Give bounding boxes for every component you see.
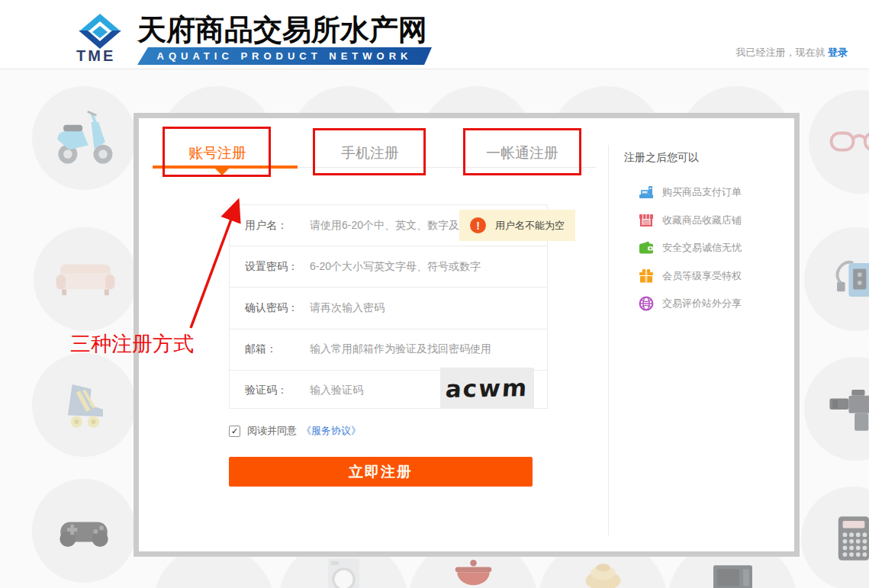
confirm-password-label: 确认密码： xyxy=(245,301,310,315)
tab-account-register[interactable]: 账号注册 xyxy=(188,143,246,163)
bg-circle-roller-skate xyxy=(32,353,136,457)
game-controller-icon xyxy=(47,494,121,567)
confirm-password-placeholder: 请再次输入密码 xyxy=(310,301,385,315)
email-label: 邮箱： xyxy=(245,342,310,356)
wallet-icon xyxy=(638,239,655,256)
confirm-password-field[interactable]: 确认密码： 请再次输入密码 xyxy=(230,287,547,328)
error-tooltip-text: 用户名不能为空 xyxy=(495,219,565,233)
tab-yizhangtong-register[interactable]: 一帐通注册 xyxy=(486,143,558,163)
bg-circle-scooter xyxy=(32,86,136,190)
scooter-icon xyxy=(47,101,121,175)
captcha-placeholder: 输入验证码 xyxy=(310,384,363,397)
benefit-item-share: 交易评价站外分享 xyxy=(638,290,742,318)
benefit-label: 收藏商品收藏店铺 xyxy=(662,214,742,227)
sidebar-divider xyxy=(608,145,609,535)
bg-circle-walkman xyxy=(804,227,869,331)
gift-icon xyxy=(638,268,655,284)
benefit-label: 购买商品支付订单 xyxy=(662,185,742,199)
username-label: 用户名： xyxy=(245,219,310,233)
benefit-item-secure-trade: 安全交易诚信无忧 xyxy=(638,234,742,262)
agreement-text: 阅读并同意 xyxy=(247,424,297,438)
site-title: 天府商品交易所水产网 xyxy=(137,11,427,50)
benefit-item-member-privilege: 会员等级享受特权 xyxy=(638,262,742,291)
captcha-text: acwm xyxy=(445,374,529,403)
password-label: 设置密码： xyxy=(245,260,310,274)
site-subtitle: AQUATIC PRODUCT NETWORK xyxy=(157,50,413,62)
shop-icon xyxy=(638,212,655,229)
bg-circle-calculator xyxy=(801,487,869,588)
active-tab-caret xyxy=(215,169,229,175)
share-globe-icon xyxy=(638,295,655,312)
bg-circle-sofa xyxy=(34,227,137,331)
password-field[interactable]: 设置密码： 6-20个大小写英文字母、符号或数字 xyxy=(230,246,547,287)
benefit-label: 交易评价站外分享 xyxy=(662,297,742,310)
service-agreement-link[interactable]: 《服务协议》 xyxy=(301,424,361,438)
tab-phone-register[interactable]: 手机注册 xyxy=(341,143,399,163)
benefit-label: 会员等级享受特权 xyxy=(662,269,742,283)
agreement-checkbox[interactable]: ✓ xyxy=(229,426,240,437)
walkman-icon xyxy=(819,243,869,316)
video-camera-icon xyxy=(819,372,869,445)
password-placeholder: 6-20个大小写英文字母、符号或数字 xyxy=(310,260,481,274)
logo-tme-text: TME xyxy=(76,47,115,65)
register-now-button[interactable]: 立即注册 xyxy=(229,457,533,487)
email-placeholder: 输入常用邮箱作为验证及找回密码使用 xyxy=(310,342,491,356)
benefits-title: 注册之后您可以 xyxy=(624,151,699,165)
bg-circle-video-camera xyxy=(804,357,869,461)
annotation-label: 三种注册方式 xyxy=(70,330,194,358)
site-subtitle-ribbon: AQUATIC PRODUCT NETWORK xyxy=(137,47,432,65)
calculator-icon xyxy=(816,502,869,575)
glasses-icon xyxy=(824,105,869,178)
cash-register-icon xyxy=(638,184,655,201)
error-icon: ! xyxy=(470,217,486,233)
agreement-row: ✓ 阅读并同意 《服务协议》 xyxy=(229,425,361,437)
site-header: TME 天府商品交易所水产网 AQUATIC PRODUCT NETWORK 我… xyxy=(0,0,869,69)
benefit-label: 安全交易诚信无忧 xyxy=(662,241,742,255)
registration-page: TME 天府商品交易所水产网 AQUATIC PRODUCT NETWORK 我… xyxy=(0,0,869,588)
captcha-label: 验证码： xyxy=(245,384,310,397)
benefit-item-favorite: 收藏商品收藏店铺 xyxy=(638,207,742,235)
login-area: 我已经注册，现在就 登录 xyxy=(735,46,848,59)
bg-circle-game-controller xyxy=(32,479,136,583)
benefits-list: 购买商品支付订单 收藏商品收藏店铺 安全交易诚信无忧 会员等级享受特权 xyxy=(638,178,742,318)
error-tooltip: ! 用户名不能为空 xyxy=(459,210,575,241)
sofa-icon xyxy=(49,243,122,316)
benefit-item-pay: 购买商品支付订单 xyxy=(638,178,742,207)
login-link[interactable]: 登录 xyxy=(828,47,848,58)
login-prompt: 我已经注册，现在就 xyxy=(735,47,825,58)
bg-circle-glasses xyxy=(809,90,869,194)
tme-logo-icon xyxy=(74,11,134,50)
captcha-image[interactable]: acwm xyxy=(440,368,534,409)
roller-skate-icon xyxy=(47,368,121,442)
username-placeholder: 请使用6-20个中、英文、数字及 xyxy=(310,219,459,233)
email-field[interactable]: 邮箱： 输入常用邮箱作为验证及找回密码使用 xyxy=(230,329,547,370)
